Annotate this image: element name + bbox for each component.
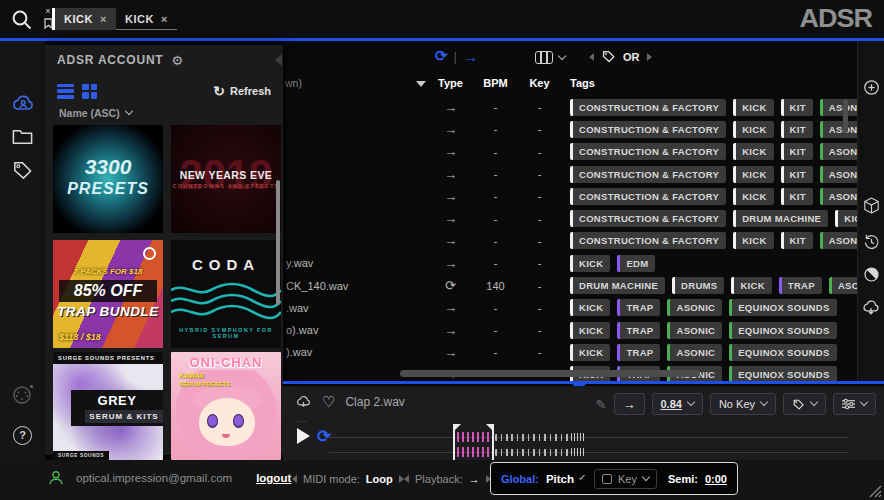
cloud-account-icon[interactable] xyxy=(0,91,45,115)
tag-pill[interactable]: TRAP xyxy=(617,299,660,316)
tag-pill[interactable]: DRUM MACHINE xyxy=(733,210,828,227)
tags-icon[interactable] xyxy=(0,159,45,182)
package-cube-icon[interactable] xyxy=(858,196,884,215)
tag-pill[interactable]: KICK xyxy=(570,322,610,339)
tag-dropdown[interactable] xyxy=(783,393,826,415)
contrast-circle-icon[interactable] xyxy=(858,265,884,284)
tag-pill[interactable]: CONSTRUCTION & FACTORY xyxy=(570,232,726,249)
type-column-header[interactable]: Type xyxy=(428,77,473,89)
panel-scrollbar[interactable] xyxy=(276,180,280,305)
product-tile-coda[interactable]: CODA HYBRID SYMPHONY FOR SERUM xyxy=(171,240,281,348)
playback-rate-dropdown[interactable]: 0.84 xyxy=(652,393,703,415)
global-value[interactable]: Pitch xyxy=(546,473,574,485)
tag-pill[interactable]: ASONIC xyxy=(667,299,722,316)
tag-pill[interactable]: KIT xyxy=(781,232,813,249)
tag-pill[interactable]: ASONIC xyxy=(829,277,857,294)
tag-pill[interactable]: ASONIC xyxy=(667,322,722,339)
add-icon[interactable] xyxy=(858,78,884,97)
product-tile-3300-presets[interactable]: 3300 PRESETS xyxy=(53,125,163,233)
selection-start-handle[interactable] xyxy=(453,424,455,462)
list-view-icon[interactable] xyxy=(57,84,74,99)
next-arrow-icon[interactable] xyxy=(647,53,652,61)
tag-pill[interactable]: ASONIC xyxy=(820,232,857,249)
table-row[interactable]: →--CONSTRUCTION & FACTORYKICKKITASONIC xyxy=(283,96,857,118)
history-icon[interactable] xyxy=(858,232,884,251)
tag-pill[interactable]: KIT xyxy=(781,99,813,116)
table-row[interactable]: →--CONSTRUCTION & FACTORYKICKKITASONIC xyxy=(283,230,857,252)
table-row[interactable]: →--CONSTRUCTION & FACTORYDRUM MACHINEKIC… xyxy=(283,207,857,229)
product-tile-oni-chan[interactable]: ONI-CHAN KAWAII SERUM PRESETS xyxy=(171,352,281,460)
tag-pill[interactable]: KICK xyxy=(570,255,610,272)
tag-pill[interactable]: KICK xyxy=(733,143,773,160)
forward-arrow-icon[interactable]: → xyxy=(463,48,478,65)
or-mode-label[interactable]: OR xyxy=(623,51,640,63)
prev-arrow-icon[interactable] xyxy=(292,475,297,483)
search-tab-2[interactable]: KICK × xyxy=(116,8,177,30)
download-cloud-icon[interactable] xyxy=(295,394,312,410)
tab-close-icon[interactable]: × xyxy=(161,13,168,25)
table-row[interactable]: o).wav→--KICKTRAPASONICEQUINOX SOUNDS xyxy=(283,319,857,341)
table-row[interactable]: .wav→--KICKTRAPASONICEQUINOX SOUNDS xyxy=(283,297,857,319)
play-button[interactable] xyxy=(297,428,310,444)
tag-pill[interactable]: EQUINOX SOUNDS xyxy=(729,322,836,339)
tag-pill[interactable]: KIT xyxy=(781,143,813,160)
table-row[interactable]: →--CONSTRUCTION & FACTORYKICKKITASONIC xyxy=(283,141,857,163)
resize-handle[interactable] xyxy=(868,484,882,498)
prev-arrow-icon[interactable] xyxy=(589,53,594,61)
product-tile-grey-smoke[interactable]: SURGE SOUNDS PRESENTS GREY SMOKE SERUM &… xyxy=(53,352,163,460)
vertical-scrollbar[interactable] xyxy=(843,99,848,133)
edit-pencil-icon[interactable]: ✎ xyxy=(596,397,607,412)
tag-pill[interactable]: KICK xyxy=(733,166,773,183)
product-tile-new-years-eve[interactable]: 2019 NEW YEARS EVE COUNTDOWNS AND EFFECT… xyxy=(171,125,281,233)
grid-view-icon[interactable] xyxy=(82,84,97,99)
tag-pill[interactable]: KICK xyxy=(733,232,773,249)
tag-pill[interactable]: DRUMS xyxy=(672,277,724,294)
drag-dots[interactable]: ··· xyxy=(296,416,308,426)
panel-settings-gear-icon[interactable]: ⚙ xyxy=(172,53,184,68)
cloud-download-icon[interactable] xyxy=(858,298,884,317)
search-icon[interactable] xyxy=(10,8,34,36)
name-column-fragment[interactable]: wn) xyxy=(283,77,428,89)
tag-pill[interactable]: DRUM MACHINE xyxy=(570,277,665,294)
key-column-header[interactable]: Key xyxy=(518,77,561,89)
tags-column-header[interactable]: Tags xyxy=(561,77,857,89)
bpm-column-header[interactable]: BPM xyxy=(473,77,518,89)
tag-pill[interactable]: ASONIC xyxy=(820,143,857,160)
key-dropdown[interactable]: No Key xyxy=(710,393,776,415)
tag-pill[interactable]: KIT xyxy=(781,188,813,205)
tag-pill[interactable]: ASONIC xyxy=(667,344,722,361)
tag-pill[interactable]: KICK xyxy=(570,344,610,361)
logout-link[interactable]: logout xyxy=(256,472,291,484)
tag-pill[interactable]: ASONIC xyxy=(820,188,857,205)
product-tile-trap-bundle[interactable]: 7 PACKS FOR $18 85% OFF TRAP BUNDLE $118… xyxy=(53,240,163,348)
table-row[interactable]: y.wav→--KICKEDM xyxy=(283,252,857,274)
folders-icon[interactable] xyxy=(0,127,45,147)
selection-end-handle[interactable] xyxy=(492,424,494,462)
tag-pill[interactable]: TRAP xyxy=(779,277,822,294)
tag-pill[interactable]: CONSTRUCTION & FACTORY xyxy=(570,166,726,183)
table-row[interactable]: →--CONSTRUCTION & FACTORYKICKKITASONIC xyxy=(283,118,857,140)
key-checkbox[interactable] xyxy=(602,474,612,484)
refresh-button[interactable]: ↻ Refresh xyxy=(213,83,271,99)
table-row[interactable]: ).wav→--KICKTRAPASONICEQUINOX SOUNDS xyxy=(283,341,857,363)
tag-pill[interactable]: ASONIC xyxy=(820,121,857,138)
tag-pill[interactable]: CONSTRUCTION & FACTORY xyxy=(570,210,726,227)
tag-pill[interactable]: EQUINOX SOUNDS xyxy=(729,299,836,316)
tag-pill[interactable]: EDM xyxy=(617,255,655,272)
prev-arrow-icon[interactable] xyxy=(404,475,409,483)
tag-pill[interactable]: KICK xyxy=(570,299,610,316)
help-icon[interactable]: ? xyxy=(0,426,45,445)
tag-pill[interactable]: KIT xyxy=(781,166,813,183)
search-tab-1[interactable]: KICK × xyxy=(52,8,116,30)
tag-pill[interactable]: KIT xyxy=(781,121,813,138)
tag-pill[interactable]: KICK xyxy=(733,188,773,205)
horizontal-scrollbar[interactable] xyxy=(400,370,700,377)
panel-collapse-icon[interactable] xyxy=(275,54,282,66)
tag-pill[interactable]: TRAP xyxy=(617,344,660,361)
tag-pill[interactable]: KICK xyxy=(731,277,771,294)
tag-pill[interactable]: CONSTRUCTION & FACTORY xyxy=(570,188,726,205)
waveform[interactable] xyxy=(329,428,848,458)
tag-pill[interactable]: CONSTRUCTION & FACTORY xyxy=(570,143,726,160)
table-row[interactable]: CK_140.wav⟳140-DRUM MACHINEDRUMSKICKTRAP… xyxy=(283,274,857,296)
settings-sliders-dropdown[interactable] xyxy=(833,393,876,415)
